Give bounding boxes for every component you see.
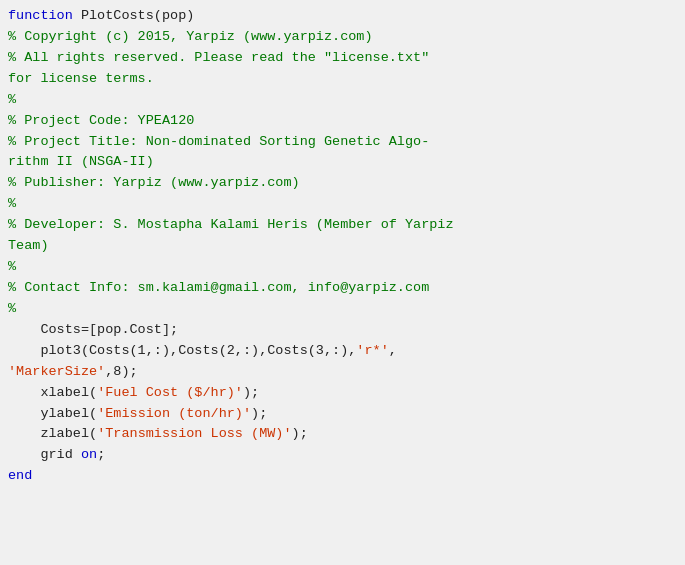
code-line: grid on; (8, 445, 677, 466)
code-line: % Project Title: Non-dominated Sorting G… (8, 132, 677, 153)
cm-token: % (8, 301, 16, 316)
code-line: % Contact Info: sm.kalami@gmail.com, inf… (8, 278, 677, 299)
cm-token: % Developer: S. Mostapha Kalami Heris (M… (8, 217, 454, 232)
cm-token: % (8, 92, 16, 107)
str-token: 'MarkerSize' (8, 364, 105, 379)
cm-token: % Copyright (c) 2015, Yarpiz (www.yarpiz… (8, 29, 373, 44)
code-line: function PlotCosts(pop) (8, 6, 677, 27)
cm-token: rithm II (NSGA-II) (8, 154, 154, 169)
plain-token: PlotCosts(pop) (73, 8, 195, 23)
cm-token: % Publisher: Yarpiz (www.yarpiz.com) (8, 175, 300, 190)
cm-token: Team) (8, 238, 49, 253)
plain-token: zlabel( (8, 426, 97, 441)
plain-token: ylabel( (8, 406, 97, 421)
code-line: % (8, 90, 677, 111)
cm-token: % Project Title: Non-dominated Sorting G… (8, 134, 429, 149)
code-line: 'MarkerSize',8); (8, 362, 677, 383)
cm-token: % (8, 196, 16, 211)
str-token: 'Fuel Cost ($/hr)' (97, 385, 243, 400)
plain-token: ); (251, 406, 267, 421)
code-line: end (8, 466, 677, 487)
kw-token: end (8, 468, 32, 483)
code-line: % (8, 194, 677, 215)
plain-token: ); (292, 426, 308, 441)
code-line: rithm II (NSGA-II) (8, 152, 677, 173)
code-line: % Project Code: YPEA120 (8, 111, 677, 132)
cm-token: % Contact Info: sm.kalami@gmail.com, inf… (8, 280, 429, 295)
str-token: 'r*' (356, 343, 388, 358)
plain-token: ; (97, 447, 105, 462)
plain-token: ,8); (105, 364, 137, 379)
plain-token: ); (243, 385, 259, 400)
str-token: 'Transmission Loss (MW)' (97, 426, 291, 441)
code-line: ylabel('Emission (ton/hr)'); (8, 404, 677, 425)
plain-token: Costs=[pop.Cost]; (8, 322, 178, 337)
cm-token: for license terms. (8, 71, 154, 86)
cm-token: % All rights reserved. Please read the "… (8, 50, 429, 65)
cm-token: % (8, 259, 16, 274)
plain-token: grid (8, 447, 81, 462)
code-line: % Publisher: Yarpiz (www.yarpiz.com) (8, 173, 677, 194)
plain-token: plot3(Costs(1,:),Costs(2,:),Costs(3,:), (8, 343, 356, 358)
code-line: % Copyright (c) 2015, Yarpiz (www.yarpiz… (8, 27, 677, 48)
plain-token: , (389, 343, 397, 358)
str-token: 'Emission (ton/hr)' (97, 406, 251, 421)
code-line: plot3(Costs(1,:),Costs(2,:),Costs(3,:),'… (8, 341, 677, 362)
code-editor: function PlotCosts(pop)% Copyright (c) 2… (0, 0, 685, 565)
code-line: % Developer: S. Mostapha Kalami Heris (M… (8, 215, 677, 236)
kw-token: function (8, 8, 73, 23)
code-line: % (8, 257, 677, 278)
code-line: Team) (8, 236, 677, 257)
code-line: xlabel('Fuel Cost ($/hr)'); (8, 383, 677, 404)
code-line: % (8, 299, 677, 320)
code-line: for license terms. (8, 69, 677, 90)
kw-token: on (81, 447, 97, 462)
code-line: Costs=[pop.Cost]; (8, 320, 677, 341)
cm-token: % Project Code: YPEA120 (8, 113, 194, 128)
plain-token: xlabel( (8, 385, 97, 400)
code-line: % All rights reserved. Please read the "… (8, 48, 677, 69)
code-block: function PlotCosts(pop)% Copyright (c) 2… (8, 6, 677, 487)
code-line: zlabel('Transmission Loss (MW)'); (8, 424, 677, 445)
